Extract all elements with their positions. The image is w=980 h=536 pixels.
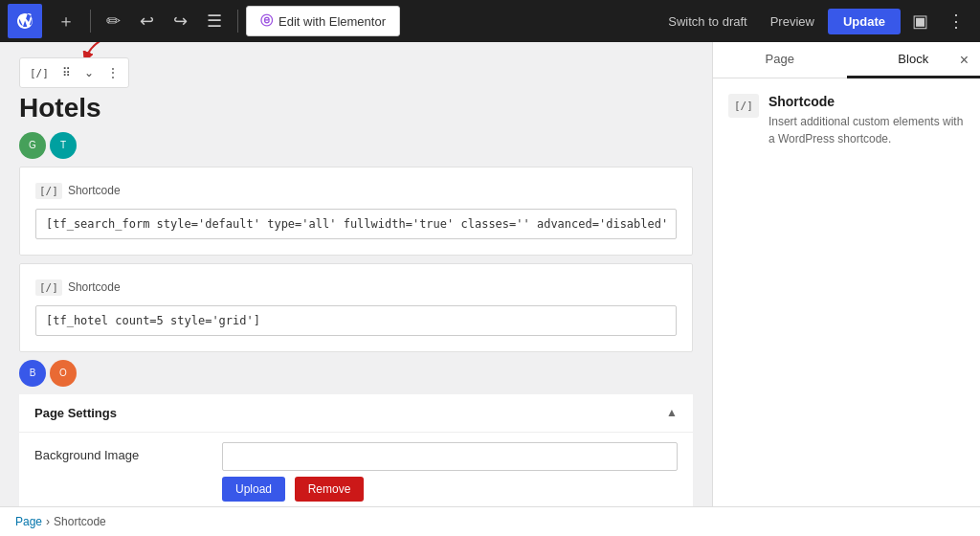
shortcode-block-1: [/] Shortcode <box>19 167 693 256</box>
page-settings-title: Page Settings <box>34 406 117 420</box>
shortcode-block-2-input[interactable] <box>35 305 677 336</box>
drag-handle[interactable]: ⠿ <box>56 62 77 83</box>
shortcode-block-2-label: Shortcode <box>68 280 121 294</box>
background-image-control: Upload Remove <box>222 442 678 502</box>
block-more-button[interactable]: ⋮ <box>101 62 124 83</box>
page-title-display: Hotels <box>19 92 693 124</box>
block-description: Insert additional custom elements with a… <box>768 113 965 147</box>
background-image-input[interactable] <box>222 442 678 471</box>
tools-button[interactable]: ✏ <box>99 7 128 35</box>
main-layout: [/] ⠿ ⌄ ⋮ Hotels G T [/] <box>0 42 980 506</box>
list-view-button[interactable]: ☰ <box>199 7 230 35</box>
move-button[interactable]: ⌄ <box>78 62 100 83</box>
shortcode-block-1-label: Shortcode <box>68 184 121 197</box>
avatar-teal: T <box>50 132 77 159</box>
avatar-row-top: G T <box>19 132 693 159</box>
status-separator: › <box>46 515 50 528</box>
block-toolbar-container: [/] ⠿ ⌄ ⋮ <box>19 57 129 92</box>
background-image-row: Background Image Upload Remove <box>19 433 693 506</box>
block-title: Shortcode <box>768 94 965 109</box>
page-settings-header[interactable]: Page Settings ▲ <box>19 394 693 433</box>
block-info-text: Shortcode Insert additional custom eleme… <box>768 94 965 147</box>
shortcode-block-2-icon: [/] <box>35 279 62 296</box>
elementor-icon: ⓔ <box>260 12 273 30</box>
sidebar-content: [/] Shortcode Insert additional custom e… <box>713 78 980 506</box>
avatar-orange: O <box>50 360 77 387</box>
update-button[interactable]: Update <box>828 9 901 34</box>
status-bar: Page › Shortcode <box>0 506 980 536</box>
preview-button[interactable]: Preview <box>761 9 824 34</box>
toolbar-sep-2 <box>237 10 238 33</box>
page-settings-section: Page Settings ▲ Background Image Upload … <box>19 394 693 506</box>
more-options-button[interactable]: ⋮ <box>940 5 972 37</box>
avatar-blue: B <box>19 360 46 387</box>
drag-icon: ⠿ <box>62 66 71 79</box>
toolbar-sep-1 <box>90 10 91 33</box>
avatar-green: G <box>19 132 46 159</box>
upload-button[interactable]: Upload <box>222 477 285 502</box>
block-toolbar: [/] ⠿ ⌄ ⋮ <box>19 57 129 88</box>
right-sidebar: Page Block × [/] Shortcode Insert additi… <box>712 42 980 506</box>
undo-button[interactable]: ↩ <box>132 7 162 35</box>
avatar-row-bottom: B O <box>19 360 693 387</box>
shortcode-icon-small: [/] <box>30 67 49 79</box>
redo-button[interactable]: ↪ <box>166 7 195 35</box>
shortcode-block-2: [/] Shortcode <box>19 263 693 352</box>
sidebar-tabs: Page Block × <box>713 42 980 78</box>
sidebar-close-button[interactable]: × <box>956 48 972 73</box>
shortcode-type-button[interactable]: [/] <box>24 63 55 83</box>
editor-area: [/] ⠿ ⌄ ⋮ Hotels G T [/] <box>0 42 712 506</box>
collapse-icon: ▲ <box>666 406 678 419</box>
view-toggle-button[interactable]: ▣ <box>904 5 936 37</box>
shortcode-block-1-header: [/] Shortcode <box>35 183 677 199</box>
shortcode-block-1-icon: [/] <box>35 183 62 199</box>
shortcode-block-1-input[interactable] <box>35 209 677 239</box>
block-info: [/] Shortcode Insert additional custom e… <box>728 94 965 147</box>
status-page-link[interactable]: Page <box>15 515 42 528</box>
shortcode-block-2-header: [/] Shortcode <box>35 279 677 296</box>
switch-draft-button[interactable]: Switch to draft <box>658 9 756 34</box>
edit-with-elementor-button[interactable]: ⓔ Edit with Elementor <box>246 6 400 36</box>
add-block-button[interactable]: ＋ <box>50 7 82 35</box>
background-image-label: Background Image <box>34 442 207 462</box>
top-toolbar: ＋ ✏ ↩ ↪ ☰ ⓔ Edit with Elementor Switch t… <box>0 0 980 42</box>
more-icon: ⋮ <box>107 66 119 79</box>
chevron-down-icon: ⌄ <box>84 66 94 79</box>
block-icon-box: [/] <box>728 94 759 118</box>
status-shortcode: Shortcode <box>54 515 106 528</box>
remove-button[interactable]: Remove <box>295 477 365 502</box>
wp-logo[interactable] <box>8 4 42 38</box>
tab-page[interactable]: Page <box>713 42 847 78</box>
